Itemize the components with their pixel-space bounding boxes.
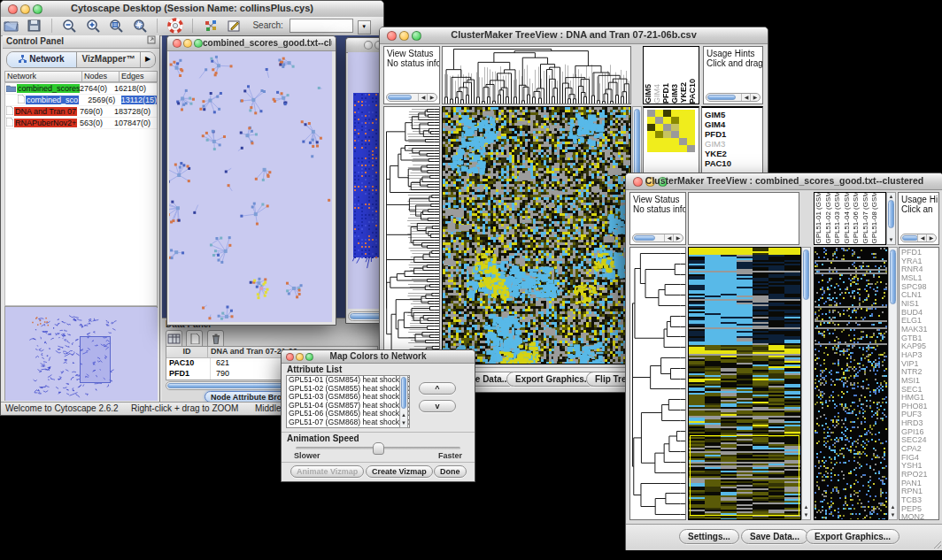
zoom-heatmap[interactable]: [647, 110, 695, 152]
column-header-edges[interactable]: Edges: [120, 71, 158, 82]
zoom-heatmap-cell[interactable]: [655, 145, 663, 152]
scroll-up-arrow[interactable]: ▲: [802, 503, 810, 511]
gene-labels-vscrollbar[interactable]: ▲ ▼: [888, 247, 898, 520]
network-table-row[interactable]: DNA and Tran 07 769(0) 183728(0): [5, 106, 157, 118]
scrollbar-thumb[interactable]: [888, 200, 894, 228]
zoom-heatmap-cell[interactable]: [647, 145, 655, 152]
attr-col-id[interactable]: ID: [166, 347, 208, 357]
zoom-heatmap-cell[interactable]: [655, 138, 663, 145]
gene-dendrogram-canvas[interactable]: [630, 248, 685, 519]
column-dendrogram-panel[interactable]: [442, 46, 631, 104]
animate-vizmap-button[interactable]: Animate Vizmap: [290, 465, 364, 478]
resize-grip[interactable]: [933, 541, 942, 549]
export-graphics-button[interactable]: Export Graphics...: [806, 529, 900, 544]
zoom-heatmap-cell[interactable]: [655, 117, 663, 124]
plugin-manager-icon[interactable]: [203, 18, 220, 34]
zoom-heatmap-cell[interactable]: [671, 131, 679, 138]
settings-button[interactable]: Settings...: [679, 529, 739, 544]
column-header-network[interactable]: Network: [4, 71, 82, 82]
zoom-view-panel[interactable]: [814, 247, 888, 520]
zoom-heatmap-cell[interactable]: [655, 131, 663, 138]
usage-hints-hscrollbar[interactable]: ◀ ▶: [900, 234, 937, 242]
annotation-icon[interactable]: [226, 18, 243, 34]
scroll-right-arrow[interactable]: ▶: [427, 94, 436, 101]
attribute-list-vscrollbar[interactable]: ▲ ▼: [399, 375, 408, 428]
zoom-heatmap-cell[interactable]: [663, 110, 671, 117]
move-down-button[interactable]: v: [419, 400, 456, 412]
scroll-up-arrow[interactable]: ▲: [400, 411, 407, 419]
gene-dendrogram-panel[interactable]: [629, 247, 686, 520]
zoom-heatmap-cell[interactable]: [663, 124, 671, 131]
attribute-list[interactable]: GPL51-01 (GSM854) heat shock 05 minGPL51…: [286, 375, 410, 428]
scroll-up-arrow[interactable]: ▲: [889, 503, 897, 511]
dialog-titlebar[interactable]: Map Colors to Network: [282, 350, 475, 364]
view-status-hscrollbar[interactable]: ◀ ▶: [632, 234, 683, 242]
open-icon[interactable]: [3, 18, 19, 34]
column-labels-panel[interactable]: GPL51-01 (GSM854)GPL51-02 (GSM855)GPL51-…: [814, 192, 886, 245]
scrollbar-thumb[interactable]: [401, 377, 406, 409]
global-heatmap-panel[interactable]: [688, 247, 801, 520]
scroll-down-arrow[interactable]: ▼: [400, 419, 407, 427]
column-header-nodes[interactable]: Nodes: [82, 71, 120, 82]
done-button[interactable]: Done: [434, 465, 467, 478]
zoom-heatmap-cell[interactable]: [647, 138, 655, 145]
zoom-heatmap-cell[interactable]: [679, 117, 687, 124]
help-lifebuoy-icon[interactable]: [167, 18, 184, 34]
global-heatmap-canvas[interactable]: [443, 107, 630, 364]
zoom-heatmap-cell[interactable]: [655, 110, 663, 117]
zoom-heatmap-cell[interactable]: [687, 138, 695, 145]
column-labels-vscrollbar[interactable]: ▲ ▼: [886, 192, 896, 245]
close-button[interactable]: [173, 39, 181, 48]
view-status-hscrollbar[interactable]: ◀ ▶: [386, 93, 437, 102]
scrollbar-thumb[interactable]: [634, 235, 655, 241]
zoom-heatmap-cell[interactable]: [663, 138, 671, 145]
column-dendrogram-panel[interactable]: [688, 192, 799, 245]
column-labels-panel[interactable]: GIM5GIM4PFD1GIM3YKE2PAC10: [643, 46, 699, 104]
tab-overflow-button[interactable]: ▶: [140, 52, 155, 67]
zoom-heatmap-cell[interactable]: [679, 124, 687, 131]
column-dendrogram-canvas[interactable]: [443, 47, 630, 104]
zoom-heatmap-cell[interactable]: [679, 145, 687, 152]
save-data-button[interactable]: Save Data...: [741, 529, 808, 544]
treeview1-titlebar[interactable]: ClusterMaker TreeView : DNA and Tran 07-…: [380, 27, 768, 44]
zoom-button[interactable]: [194, 39, 203, 48]
zoom-heatmap-cell[interactable]: [647, 117, 655, 124]
zoom-heatmap-cell[interactable]: [671, 117, 679, 124]
zoom-heatmap-cell[interactable]: [663, 131, 671, 138]
gene-dendrogram-panel[interactable]: [383, 106, 440, 364]
zoom-heatmap-cell[interactable]: [687, 145, 695, 152]
zoom-heatmap-cell[interactable]: [687, 117, 695, 124]
zoom-heatmap-cell[interactable]: [679, 110, 687, 117]
zoom-heatmap-cell[interactable]: [647, 131, 655, 138]
float-panel-icon[interactable]: [147, 35, 156, 48]
usage-hints-hscrollbar[interactable]: ◀ ▶: [706, 93, 761, 102]
network-canvas[interactable]: [169, 51, 332, 322]
zoom-heatmap-cell[interactable]: [663, 145, 671, 152]
scroll-right-arrow[interactable]: ▶: [750, 94, 760, 101]
attribute-list-item[interactable]: GPL51-07 (GSM868) heat shock 60 min: [287, 418, 409, 427]
zoom-heatmap-cell[interactable]: [655, 124, 663, 131]
minimize-button[interactable]: [183, 39, 192, 48]
scrollbar-thumb[interactable]: [707, 95, 736, 100]
close-button[interactable]: [364, 41, 373, 50]
search-input[interactable]: [290, 19, 353, 33]
zoom-heatmap-canvas[interactable]: [815, 248, 887, 519]
zoom-heatmap-cell[interactable]: [647, 110, 655, 117]
scrollbar-thumb[interactable]: [890, 249, 896, 304]
search-dropdown-arrow[interactable]: ▼: [358, 20, 371, 35]
gene-labels-panel[interactable]: PFD1YRA1RNR4MSL1SPC98CLN1NIS1BUD4ELG1MAK…: [899, 247, 939, 520]
zoom-heatmap-cell[interactable]: [687, 110, 695, 117]
slider-thumb[interactable]: [373, 442, 384, 455]
zoom-heatmap-cell[interactable]: [671, 145, 679, 152]
network-table-row[interactable]: combined_sco 2569(6) 13112(15): [5, 95, 157, 106]
scroll-up-arrow[interactable]: ▲: [887, 193, 895, 201]
animation-speed-slider[interactable]: [296, 447, 460, 449]
scroll-right-arrow[interactable]: ▶: [926, 234, 936, 242]
create-vizmap-button[interactable]: Create Vizmap: [366, 465, 433, 478]
gene-dendrogram-canvas[interactable]: [384, 107, 439, 364]
move-up-button[interactable]: ^: [419, 382, 456, 395]
scroll-right-arrow[interactable]: ▶: [673, 234, 683, 242]
scroll-down-arrow[interactable]: ▼: [802, 511, 810, 519]
zoom-heatmap-cell[interactable]: [671, 138, 679, 145]
zoom-heatmap-cell[interactable]: [687, 124, 695, 131]
